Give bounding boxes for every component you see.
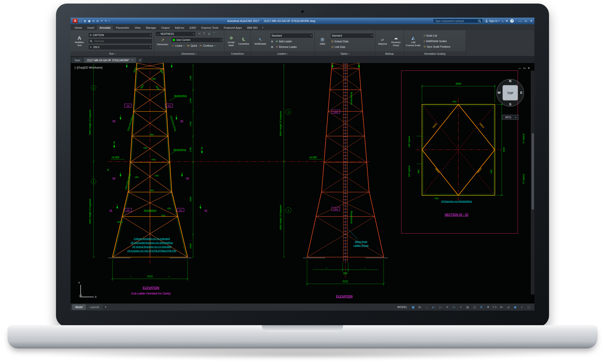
print-icon[interactable]: ⊟	[96, 19, 99, 23]
drawing-canvas[interactable]: [−][Top][2D Wireframe] — ▭ ✕	[71, 63, 534, 304]
drawing-close-icon[interactable]: ✕	[528, 67, 530, 70]
new-icon[interactable]: ▢	[79, 19, 82, 23]
workspace-icon[interactable]: ⚙▾	[499, 305, 505, 310]
tab-output[interactable]: Output	[159, 25, 172, 30]
search-icon[interactable]	[478, 19, 481, 23]
file-tab-close-icon[interactable]: ✕	[131, 59, 133, 62]
table-button[interactable]: ⊞ Table	[316, 31, 329, 51]
viewcube-north[interactable]: N	[509, 79, 511, 83]
panel-label-annotation-scaling[interactable]: Annotation Scaling	[404, 51, 466, 56]
viewcube[interactable]: TOP N W E S	[497, 79, 524, 106]
annotation-visibility-icon[interactable]: A	[478, 305, 484, 310]
lineweight-icon[interactable]: ≡	[458, 305, 464, 310]
panel-label-text[interactable]: Text ▾	[71, 51, 154, 56]
help-search-box[interactable]	[433, 19, 483, 23]
tab-a360[interactable]: A360	[187, 25, 199, 30]
multiline-text-button[interactable]: A Multiline Text	[72, 31, 87, 51]
model-space-indicator[interactable]: MODEL	[397, 306, 407, 309]
tab-addins[interactable]: Add-ins	[172, 25, 187, 30]
object-snap-icon[interactable]: ⌖▾	[451, 305, 457, 310]
add-delete-scales-button[interactable]: ± Add/Delete Scales	[422, 39, 465, 44]
ortho-icon[interactable]: ∟	[424, 305, 430, 310]
viewcube-south[interactable]: S	[509, 102, 511, 106]
app-store-icon[interactable]: ⌂	[502, 19, 504, 22]
viewport-controls[interactable]: [−][Top][2D Wireframe]	[75, 66, 102, 69]
dim-adjust-space-icon[interactable]: ⊤	[202, 31, 206, 36]
viewcube-west[interactable]: W	[498, 91, 501, 95]
autoscale-icon[interactable]: ✚	[485, 305, 491, 310]
drawing-window-controls[interactable]: — ▭ ✕	[518, 67, 530, 70]
ribbon-display-toggle-icon[interactable]: ▾	[262, 26, 263, 30]
tab-parametric[interactable]: Parametric	[113, 25, 132, 30]
transparency-icon[interactable]: ▨	[465, 305, 471, 310]
add-current-scale-button[interactable]: ◭ Add Current Scale	[405, 31, 421, 51]
tab-insert[interactable]: Insert	[85, 25, 97, 30]
polar-tracking-icon[interactable]: ∠▾	[431, 305, 437, 310]
grid-icon[interactable]: ▦	[410, 305, 416, 310]
save-as-icon[interactable]: ⊡	[92, 19, 95, 23]
new-drawing-tab-button[interactable]: +	[138, 58, 142, 63]
text-style-dropdown[interactable]: A CAPTION ▾	[88, 33, 153, 38]
tab-view[interactable]: View	[132, 25, 143, 30]
text-height-dropdown[interactable]: ⇕ 200.0 ▾	[88, 45, 153, 50]
isolate-objects-icon[interactable]: ◐	[519, 305, 525, 310]
drawing-minimize-icon[interactable]: —	[518, 67, 521, 70]
save-icon[interactable]: ▣	[88, 19, 90, 23]
panel-label-leaders[interactable]: Leaders ▾	[251, 51, 314, 56]
hardware-acceleration-icon[interactable]: ◉	[512, 305, 518, 310]
help-icon[interactable]: ?	[510, 19, 514, 23]
osnap-tracking-icon[interactable]: ✛	[444, 305, 450, 310]
layout1-tab[interactable]: Layout1	[87, 304, 103, 310]
quick-dimension-button[interactable]: ≫ Quick	[186, 43, 198, 48]
viewcube-east[interactable]: E	[520, 91, 523, 95]
link-data-button[interactable]: ⊡ Link Data	[330, 45, 374, 49]
add-leader-button[interactable]: ✛ Add Leader	[275, 39, 293, 44]
continue-dimension-button[interactable]: ⊨ Continue ▾	[199, 43, 216, 48]
dimension-button[interactable]: ↗ Dimension	[155, 37, 170, 46]
multileader-button[interactable]: ↖ Multileader	[252, 31, 269, 51]
qat-customize-icon[interactable]: ▾	[109, 20, 110, 22]
annotation-scale-button[interactable]: 1:1▾	[492, 305, 498, 310]
remove-leader-button[interactable]: ✕ Remove Leader	[275, 45, 298, 49]
wcs-dropdown[interactable]: WCS ▾	[502, 115, 518, 119]
restore-button[interactable]: ▭	[524, 19, 527, 23]
dim-angular-icon[interactable]: ∠	[207, 31, 211, 36]
drawing-restore-icon[interactable]: ▭	[523, 67, 526, 70]
model-tab[interactable]: Model	[72, 304, 86, 310]
table-style-dropdown[interactable]: Standard ▾	[330, 33, 374, 38]
panel-label-dimensions[interactable]: Dimensions ▾	[154, 51, 224, 56]
clean-screen-icon[interactable]: ▢	[526, 305, 532, 310]
linear-dimension-button[interactable]: ⊢ Linear ▾	[171, 43, 185, 48]
dim-arc-icon[interactable]: ⌒	[212, 31, 217, 36]
find-text-box[interactable]	[88, 39, 153, 44]
wipeout-button[interactable]: ▱ Wipeout	[377, 31, 388, 51]
redo-icon[interactable]: ↷	[105, 19, 107, 23]
center-mark-button[interactable]: ⊕ Center Mark	[226, 31, 237, 51]
app-menu-button[interactable]: A	[73, 19, 78, 23]
tab-featured-apps[interactable]: Featured Apps	[221, 25, 245, 30]
annotation-monitor-icon[interactable]: ◎	[505, 305, 511, 310]
file-tab-document[interactable]: J1117-MK-03-GA OF STEELWORK* ✕	[84, 57, 136, 63]
centerline-button[interactable]: ℄ Centerline	[238, 31, 250, 51]
tab-express-tools[interactable]: Express Tools	[199, 25, 221, 30]
align-leaders-icon[interactable]: ≣	[270, 39, 274, 44]
dim-style-dropdown[interactable]: ↔ NEATNESS ▾	[155, 31, 196, 37]
dim-layer-dropdown[interactable]: Use Current ▾	[171, 37, 223, 43]
selection-cycling-icon[interactable]: ❏	[471, 305, 477, 310]
undo-icon[interactable]: ↶	[101, 19, 103, 23]
search-input[interactable]	[435, 19, 477, 23]
file-tab-start[interactable]: Start	[72, 57, 83, 63]
collect-leaders-icon[interactable]: ⊞	[270, 45, 274, 49]
tab-annotate[interactable]: Annotate	[97, 25, 113, 30]
signin-button[interactable]: Sign In ▾	[485, 19, 500, 22]
drawing-area[interactable]: [−][Top][2D Wireframe] — ▭ ✕	[71, 63, 534, 304]
open-icon[interactable]: ▤	[83, 19, 86, 23]
vertical-scrollbar[interactable]	[531, 71, 534, 294]
minimize-button[interactable]: —	[519, 19, 521, 23]
scale-list-button[interactable]: ≡ Scale List	[422, 33, 465, 38]
dim-break-icon[interactable]: ⊣	[197, 31, 201, 36]
close-button[interactable]: ✕	[530, 19, 532, 23]
scrollbar-thumb[interactable]	[532, 133, 534, 209]
revision-cloud-button[interactable]: ☁ Revision Cloud	[390, 31, 402, 51]
find-text-input[interactable]	[94, 40, 151, 43]
